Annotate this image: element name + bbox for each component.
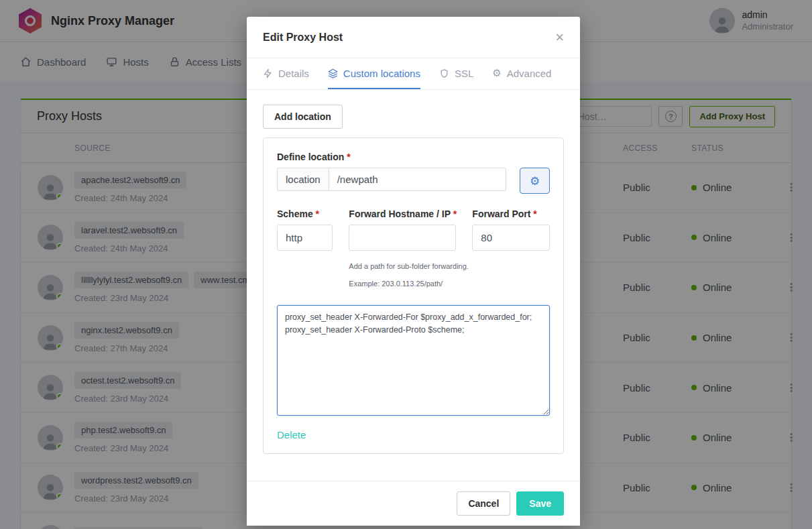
close-icon[interactable]: × xyxy=(555,30,564,45)
save-button[interactable]: Save xyxy=(516,491,564,516)
location-path-input[interactable] xyxy=(329,168,506,191)
add-location-button[interactable]: Add location xyxy=(263,105,343,129)
tab-advanced[interactable]: ⚙ Advanced xyxy=(492,58,551,89)
edit-proxy-host-modal: Edit Proxy Host × Details Custom locatio… xyxy=(247,17,580,526)
gear-icon: ⚙ xyxy=(492,67,501,79)
location-card: Define location * location ⚙ Scheme * xyxy=(263,137,564,454)
tab-label: Details xyxy=(278,68,309,79)
required-asterisk: * xyxy=(347,152,350,162)
gear-icon: ⚙ xyxy=(530,174,540,188)
define-location-label: Define location * xyxy=(277,152,550,162)
tab-label: Advanced xyxy=(507,68,552,79)
modal-title: Edit Proxy Host xyxy=(263,32,343,44)
modal-body: Add location Define location * location … xyxy=(247,90,580,481)
modal-tabs: Details Custom locations SSL ⚙ Advanced xyxy=(247,58,580,90)
forward-hostname-input[interactable] xyxy=(349,225,456,251)
hostname-help-text: Add a path for sub-folder forwarding. Ex… xyxy=(349,257,456,293)
delete-location-link[interactable]: Delete xyxy=(277,429,306,440)
forward-port-label: Forward Port * xyxy=(472,209,550,219)
tab-custom-locations[interactable]: Custom locations xyxy=(328,58,420,89)
location-prefix: location xyxy=(277,168,329,191)
layers-icon xyxy=(328,68,338,78)
tab-label: Custom locations xyxy=(343,68,420,79)
shield-icon xyxy=(439,68,449,78)
location-advanced-config-textarea[interactable]: proxy_set_header X-Forwarded-For $proxy_… xyxy=(277,305,550,416)
zap-icon xyxy=(263,68,273,78)
forward-hostname-label: Forward Hostname / IP * xyxy=(349,209,456,219)
tab-ssl[interactable]: SSL xyxy=(439,58,473,89)
scheme-label: Scheme * xyxy=(277,209,333,219)
tab-details[interactable]: Details xyxy=(263,58,309,89)
modal-footer: Cancel Save xyxy=(247,481,580,526)
tab-label: SSL xyxy=(455,68,473,79)
scheme-input[interactable] xyxy=(277,225,333,251)
location-settings-button[interactable]: ⚙ xyxy=(520,168,550,194)
forward-port-input[interactable] xyxy=(472,225,550,251)
cancel-button[interactable]: Cancel xyxy=(457,491,510,516)
